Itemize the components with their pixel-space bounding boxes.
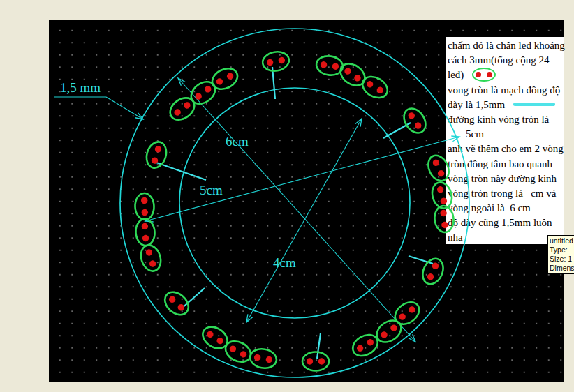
led-pin-dot[interactable] xyxy=(432,158,440,167)
led-pad-outline[interactable] xyxy=(161,287,193,319)
led-pin-dot[interactable] xyxy=(379,330,388,339)
led-pad[interactable] xyxy=(187,77,220,108)
led-pad-outline[interactable] xyxy=(399,105,430,137)
led-pin-dot[interactable] xyxy=(440,209,447,216)
led-pad-outline[interactable] xyxy=(135,193,154,220)
led-pin-dot[interactable] xyxy=(194,92,203,101)
led-pin-dot[interactable] xyxy=(389,324,398,333)
led-pad-outline[interactable] xyxy=(359,73,391,102)
led-pin-dot[interactable] xyxy=(440,197,448,205)
callout-label[interactable]: 1,5 mm xyxy=(60,80,101,95)
dimension-line-6cm[interactable] xyxy=(178,78,415,342)
led-pad[interactable] xyxy=(315,54,344,77)
led-pad-outline[interactable] xyxy=(337,59,369,90)
led-pad[interactable] xyxy=(249,347,278,370)
tooltip-line: Dimens xyxy=(550,264,574,273)
led-pad[interactable] xyxy=(391,298,424,329)
led-pin-dot[interactable] xyxy=(265,356,273,363)
led-pin-dot[interactable] xyxy=(318,358,325,364)
led-pin-dot[interactable] xyxy=(182,100,191,110)
led-pad[interactable] xyxy=(399,105,430,137)
led-pad[interactable] xyxy=(161,287,193,319)
led-pin-dot[interactable] xyxy=(426,273,434,281)
led-pin-dot[interactable] xyxy=(145,248,153,257)
led-pad[interactable] xyxy=(209,64,241,93)
led-pin-dot[interactable] xyxy=(226,72,235,81)
led-pad[interactable] xyxy=(425,152,453,184)
led-pin-dot[interactable] xyxy=(413,121,422,130)
led-pad-outline[interactable] xyxy=(135,218,156,246)
led-pad-outline[interactable] xyxy=(187,77,220,108)
led-pin-dot[interactable] xyxy=(266,59,274,66)
led-pin-dot[interactable] xyxy=(436,169,445,177)
led-pin-dot[interactable] xyxy=(441,221,448,228)
pad-leader-line[interactable] xyxy=(409,256,433,264)
led-pin-dot[interactable] xyxy=(307,358,313,364)
led-pin-dot[interactable] xyxy=(141,223,148,230)
tooltip-line: untitled xyxy=(550,236,574,246)
led-pin-dot[interactable] xyxy=(398,312,407,322)
led-pad-outline[interactable] xyxy=(166,93,199,124)
led-pad[interactable] xyxy=(337,59,369,90)
led-pad[interactable] xyxy=(199,322,232,352)
led-pin-dot[interactable] xyxy=(343,67,352,76)
dimension-label[interactable]: 5cm xyxy=(200,183,223,197)
led-pad-outline[interactable] xyxy=(209,64,241,93)
tooltip-line: Size: 1 xyxy=(550,255,574,264)
led-pin-dot[interactable] xyxy=(177,303,186,312)
led-pad-outline[interactable] xyxy=(315,54,344,77)
led-pad-outline[interactable] xyxy=(425,152,453,184)
led-pin-dot[interactable] xyxy=(203,84,212,93)
led-pad-outline[interactable] xyxy=(391,298,424,329)
led-pin-dot[interactable] xyxy=(278,56,286,64)
callout-leader[interactable] xyxy=(54,97,143,119)
info-tooltip: untitledType: Size: 1Dimens xyxy=(547,235,574,274)
led-pin-dot[interactable] xyxy=(228,345,237,354)
led-pin-dot[interactable] xyxy=(376,86,385,95)
led-pin-dot[interactable] xyxy=(168,295,177,304)
led-pad[interactable] xyxy=(135,193,154,220)
led-pad[interactable] xyxy=(138,243,163,273)
led-pin-dot[interactable] xyxy=(141,209,148,216)
led-pin-dot[interactable] xyxy=(216,336,225,345)
led-pin-dot[interactable] xyxy=(320,61,328,69)
app-window: chấm đỏ là chân led khoảngcách 3mm(tổng … xyxy=(0,0,574,392)
led-pin-dot[interactable] xyxy=(142,234,149,241)
led-pad-outline[interactable] xyxy=(261,50,290,73)
led-pad[interactable] xyxy=(261,50,290,73)
led-pin-dot[interactable] xyxy=(332,63,339,70)
led-pin-dot[interactable] xyxy=(173,107,182,116)
led-pin-dot[interactable] xyxy=(205,330,214,339)
dimension-label[interactable]: 4cm xyxy=(273,255,296,270)
led-pad-outline[interactable] xyxy=(302,352,329,371)
led-pin-dot[interactable] xyxy=(366,338,375,347)
led-pin-dot[interactable] xyxy=(154,145,163,153)
led-pin-dot[interactable] xyxy=(215,77,224,86)
led-pin-dot[interactable] xyxy=(253,354,261,361)
pcb-canvas[interactable]: chấm đỏ là chân led khoảngcách 3mm(tổng … xyxy=(49,20,564,382)
led-pin-dot[interactable] xyxy=(149,259,157,268)
dimension-label[interactable]: 6cm xyxy=(226,134,249,149)
led-pad[interactable] xyxy=(302,352,329,371)
led-pad-outline[interactable] xyxy=(249,347,278,370)
led-pad-outline[interactable] xyxy=(138,243,163,273)
led-pin-dot[interactable] xyxy=(436,186,445,194)
tooltip-line: Type: xyxy=(550,246,574,255)
led-pin-dot[interactable] xyxy=(407,305,416,314)
led-pad[interactable] xyxy=(135,218,156,246)
led-pin-dot[interactable] xyxy=(365,80,374,89)
led-pad[interactable] xyxy=(359,73,391,102)
led-pad[interactable] xyxy=(166,93,199,124)
led-pin-dot[interactable] xyxy=(239,350,248,359)
outer-copper-circle[interactable] xyxy=(120,29,469,377)
led-pin-dot[interactable] xyxy=(353,73,362,82)
pcb-drawing: 6cm5cm4cm1,5 mm xyxy=(49,20,564,382)
led-pin-dot[interactable] xyxy=(407,111,416,120)
led-pin-dot[interactable] xyxy=(141,197,148,204)
pad-leader-line[interactable] xyxy=(317,333,321,359)
dimension-line-4cm[interactable] xyxy=(246,119,362,322)
led-pin-dot[interactable] xyxy=(355,344,365,353)
led-pad-outline[interactable] xyxy=(199,322,232,352)
